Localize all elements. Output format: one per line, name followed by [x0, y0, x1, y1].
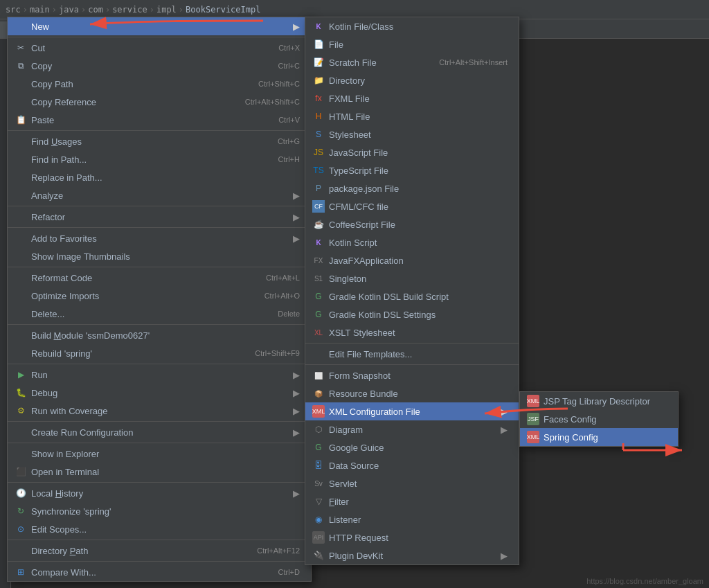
analyze-icon: [15, 189, 27, 202]
submenu-item-kotlin-file[interactable]: K Kotlin File/Class: [305, 17, 519, 35]
divider: [8, 561, 311, 562]
submenu-item-form-snapshot[interactable]: ⬜ Form Snapshot: [305, 366, 519, 384]
submenu-item-resource-bundle[interactable]: 📦 Resource Bundle: [305, 384, 519, 402]
menu-item-find-in-path[interactable]: Find in Path... Ctrl+H: [8, 150, 311, 168]
listener-icon: ◉: [312, 513, 325, 526]
replace-icon: [15, 171, 27, 184]
jsp-icon: XML: [527, 395, 539, 407]
menu-item-debug[interactable]: 🐛 Debug ▶: [8, 384, 311, 402]
bundle-icon: 📦: [312, 387, 325, 400]
submenu-item-jsp-tag-lib[interactable]: XML JSP Tag Library Descriptor: [520, 392, 678, 410]
optimize-icon: [15, 289, 27, 302]
submenu-item-fxml[interactable]: fx FXML File: [305, 89, 519, 107]
menu-item-reformat[interactable]: Reformat Code Ctrl+Alt+L: [8, 269, 311, 287]
menu-item-copy-reference[interactable]: Copy Reference Ctrl+Alt+Shift+C: [8, 93, 311, 111]
submenu-item-google-guice[interactable]: G Google Guice: [305, 438, 519, 456]
menu-item-refactor[interactable]: Refactor ▶: [8, 208, 311, 226]
submenu-item-servlet[interactable]: Sv Servlet: [305, 474, 519, 492]
filter-icon: ▽: [312, 495, 325, 508]
build-icon: [15, 329, 27, 341]
submenu-item-file[interactable]: 📄 File: [305, 35, 519, 53]
reformat-icon: [15, 271, 27, 284]
menu-item-local-history[interactable]: 🕐 Local History ▶: [8, 484, 311, 502]
favorites-icon: [15, 232, 27, 244]
menu-item-paste[interactable]: 📋 Paste Ctrl+V: [8, 111, 311, 129]
menu-item-edit-scopes[interactable]: ⊙ Edit Scopes...: [8, 520, 311, 538]
submenu-item-listener[interactable]: ◉ Listener: [305, 510, 519, 528]
sync-icon: ↻: [15, 505, 27, 517]
kotlin-icon: K: [312, 20, 325, 33]
menu-item-delete[interactable]: Delete... Delete: [8, 305, 311, 323]
submenu-item-spring-config[interactable]: XML Spring Config: [520, 428, 678, 446]
divider: [8, 267, 311, 267]
menu-item-copy[interactable]: ⧉ Copy Ctrl+C: [8, 57, 311, 75]
menu-item-run-coverage[interactable]: ⚙ Run with Coverage ▶: [8, 402, 311, 420]
submenu-item-edit-templates[interactable]: Edit File Templates...: [305, 345, 519, 363]
menu-item-open-terminal[interactable]: ⬛ Open in Terminal: [8, 463, 311, 481]
menu-item-run[interactable]: ▶ Run ▶: [8, 366, 311, 384]
divider: [305, 343, 519, 344]
copy-ref-icon: [15, 96, 27, 108]
menu-item-new[interactable]: New ▶: [8, 17, 311, 35]
scissors-icon: ✂: [15, 42, 27, 54]
edit-templates-icon: [312, 348, 325, 360]
form-icon: ⬜: [312, 369, 325, 382]
submenu-item-http-request[interactable]: API HTTP Request: [305, 528, 519, 546]
menu-item-copy-path[interactable]: Copy Path Ctrl+Shift+C: [8, 75, 311, 93]
menu-item-optimize[interactable]: Optimize Imports Ctrl+Alt+O: [8, 287, 311, 305]
menu-item-compare-with[interactable]: ⊞ Compare With... Ctrl+D: [8, 563, 311, 581]
menu-item-directory-path[interactable]: Directory Path Ctrl+Alt+F12: [8, 542, 311, 560]
submenu-item-directory[interactable]: 📁 Directory: [305, 71, 519, 89]
scopes-icon: ⊙: [15, 523, 27, 535]
menu-item-rebuild[interactable]: Rebuild 'spring' Ctrl+Shift+F9: [8, 344, 311, 362]
submenu-item-gradle-settings[interactable]: G Gradle Kotlin DSL Settings: [305, 305, 519, 323]
menu-item-replace-in-path[interactable]: Replace in Path...: [8, 168, 311, 186]
context-menu: New ▶ ✂ Cut Ctrl+X ⧉ Copy Ctrl+C Copy Pa…: [7, 17, 312, 582]
watermark: https://blog.csdn.net/amber_gloam: [586, 577, 703, 585]
submenu-item-stylesheet[interactable]: S Stylesheet: [305, 125, 519, 143]
submenu-item-javafx[interactable]: FX JavaFXApplication: [305, 251, 519, 269]
js-icon: JS: [312, 146, 325, 159]
submenu-item-gradle-build[interactable]: G Gradle Kotlin DSL Build Script: [305, 287, 519, 305]
submenu-item-typescript[interactable]: TS TypeScript File: [305, 161, 519, 179]
menu-item-cut[interactable]: ✂ Cut Ctrl+X: [8, 39, 311, 57]
menu-item-show-explorer[interactable]: Show in Explorer: [8, 445, 311, 463]
diagram-icon: ⬡: [312, 423, 325, 436]
divider: [8, 443, 311, 443]
submenu-item-singleton[interactable]: S1 Singleton: [305, 269, 519, 287]
divider: [8, 227, 311, 228]
kotlin-script-icon: K: [312, 236, 325, 249]
divider: [8, 37, 311, 37]
menu-item-show-thumbnails[interactable]: Show Image Thumbnails: [8, 247, 311, 265]
submenu-item-package-json[interactable]: P package.json File: [305, 179, 519, 197]
datasource-icon: 🗄: [312, 459, 325, 472]
submenu-item-html[interactable]: H HTML File: [305, 107, 519, 125]
menu-item-synchronize[interactable]: ↻ Synchronize 'spring': [8, 502, 311, 520]
servlet-icon: Sv: [312, 477, 325, 490]
submenu-item-filter[interactable]: ▽ Filter: [305, 492, 519, 510]
submenu-item-javascript[interactable]: JS JavaScript File: [305, 143, 519, 161]
http-icon: API: [312, 531, 325, 544]
submenu-item-data-source[interactable]: 🗄 Data Source: [305, 456, 519, 474]
menu-item-add-favorites[interactable]: Add to Favorites ▶: [8, 229, 311, 247]
submenu-item-plugin-devkit[interactable]: 🔌 Plugin DevKit ▶: [305, 546, 519, 564]
file-icon: 📄: [312, 38, 325, 51]
menu-item-analyze[interactable]: Analyze ▶: [8, 186, 311, 204]
gradle-build-icon: G: [312, 290, 325, 303]
submenu-item-cfml[interactable]: CF CFML/CFC file: [305, 197, 519, 215]
spring-icon: XML: [527, 431, 539, 443]
submenu-item-diagram[interactable]: ⬡ Diagram ▶: [305, 420, 519, 438]
submenu-item-scratch-file[interactable]: 📝 Scratch File Ctrl+Alt+Shift+Insert: [305, 53, 519, 71]
submenu-item-xslt[interactable]: XL XSLT Stylesheet: [305, 323, 519, 341]
submenu-item-kotlin-script[interactable]: K Kotlin Script: [305, 233, 519, 251]
divider: [8, 482, 311, 483]
submenu-item-coffeescript[interactable]: ☕ CoffeeScript File: [305, 215, 519, 233]
menu-item-find-usages[interactable]: Find Usages Ctrl+G: [8, 132, 311, 150]
divider: [8, 364, 311, 364]
menu-item-create-run-config[interactable]: Create Run Configuration ▶: [8, 423, 311, 441]
submenu-item-xml-config[interactable]: XML XML Configuration File ▶: [305, 402, 519, 420]
scratch-icon: 📝: [312, 56, 325, 69]
menu-item-build-module[interactable]: Build Module 'ssmDemo0627': [8, 326, 311, 344]
submenu-item-faces-config[interactable]: JSF Faces Config: [520, 410, 678, 428]
divider: [305, 364, 519, 365]
